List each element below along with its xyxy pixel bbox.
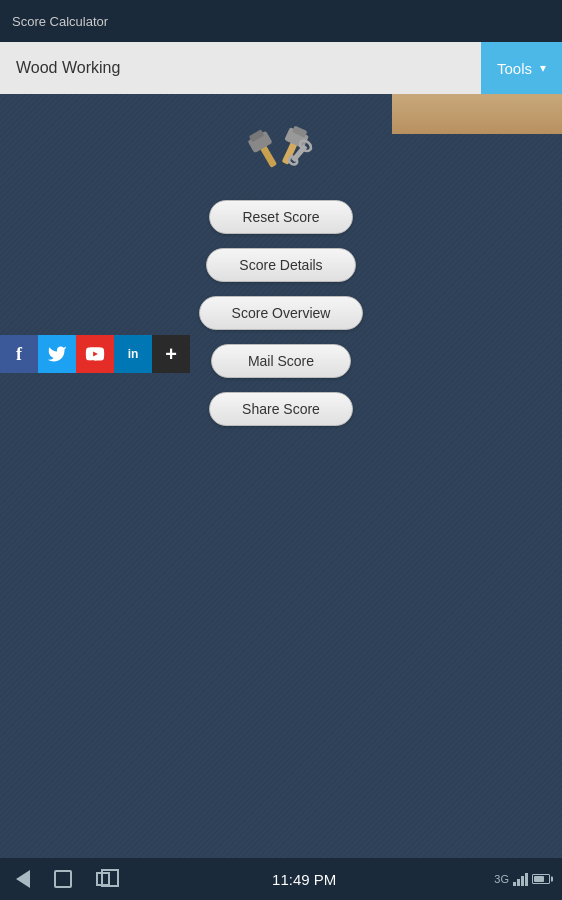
app-title-bar: Score Calculator	[0, 0, 562, 42]
social-share-bar: f in +	[0, 335, 190, 373]
facebook-button[interactable]: f	[0, 335, 38, 373]
preview-strip	[392, 94, 562, 134]
mail-score-button[interactable]: Mail Score	[211, 344, 351, 378]
battery-icon	[532, 874, 550, 884]
back-button[interactable]	[12, 868, 34, 890]
network-label: 3G	[494, 873, 509, 885]
reset-score-button[interactable]: Reset Score	[209, 200, 352, 234]
main-content: Reset Score Score Details Score Overview…	[0, 94, 562, 858]
home-button[interactable]	[52, 868, 74, 890]
nav-buttons	[12, 868, 114, 890]
action-bar: Wood Working Tools ▾	[0, 42, 562, 94]
share-score-button[interactable]: Share Score	[209, 392, 353, 426]
status-bar: 11:49 PM 3G	[0, 858, 562, 900]
app-title: Score Calculator	[12, 14, 108, 29]
linkedin-button[interactable]: in	[114, 335, 152, 373]
more-social-button[interactable]: +	[152, 335, 190, 373]
twitter-button[interactable]	[38, 335, 76, 373]
action-bar-title: Wood Working	[0, 59, 481, 77]
tools-icon	[246, 114, 316, 184]
dropdown-arrow-icon: ▾	[540, 61, 546, 75]
score-details-button[interactable]: Score Details	[206, 248, 355, 282]
youtube-button[interactable]	[76, 335, 114, 373]
tools-label: Tools	[497, 60, 532, 77]
signal-icon	[513, 872, 528, 886]
status-icons: 3G	[494, 872, 550, 886]
recents-button[interactable]	[92, 868, 114, 890]
score-overview-button[interactable]: Score Overview	[199, 296, 364, 330]
tools-menu[interactable]: Tools ▾	[481, 42, 562, 94]
clock: 11:49 PM	[272, 871, 336, 888]
